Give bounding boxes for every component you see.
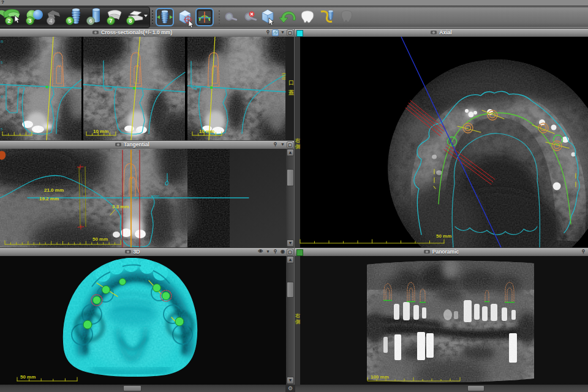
svg-text:50 mm: 50 mm xyxy=(436,233,451,239)
svg-text:8: 8 xyxy=(129,18,132,24)
svg-text:右: 右 xyxy=(295,313,300,318)
svg-text:右: 右 xyxy=(295,138,300,143)
svg-text:側: 側 xyxy=(295,319,300,325)
svg-text:R: R xyxy=(1,40,4,43)
svg-text:5: 5 xyxy=(68,18,71,24)
svg-text:2: 2 xyxy=(7,18,10,24)
svg-text:側: 側 xyxy=(295,144,300,149)
svg-text:50 mm: 50 mm xyxy=(92,236,108,242)
svg-text:19.2 mm: 19.2 mm xyxy=(39,196,59,202)
svg-text:21.0 mm: 21.0 mm xyxy=(44,187,64,193)
svg-text:10 mm: 10 mm xyxy=(93,129,108,134)
svg-text:6: 6 xyxy=(89,18,92,24)
svg-text:3.3 mm: 3.3 mm xyxy=(112,204,129,209)
svg-text:3: 3 xyxy=(28,18,31,24)
svg-text:50 mm: 50 mm xyxy=(20,374,36,380)
svg-text:100 mm: 100 mm xyxy=(371,374,389,380)
svg-text:4: 4 xyxy=(49,18,52,24)
svg-text:R: R xyxy=(1,95,4,99)
svg-text:7: 7 xyxy=(109,18,112,24)
svg-text:口: 口 xyxy=(288,80,294,86)
svg-text:10 mm: 10 mm xyxy=(199,129,214,134)
